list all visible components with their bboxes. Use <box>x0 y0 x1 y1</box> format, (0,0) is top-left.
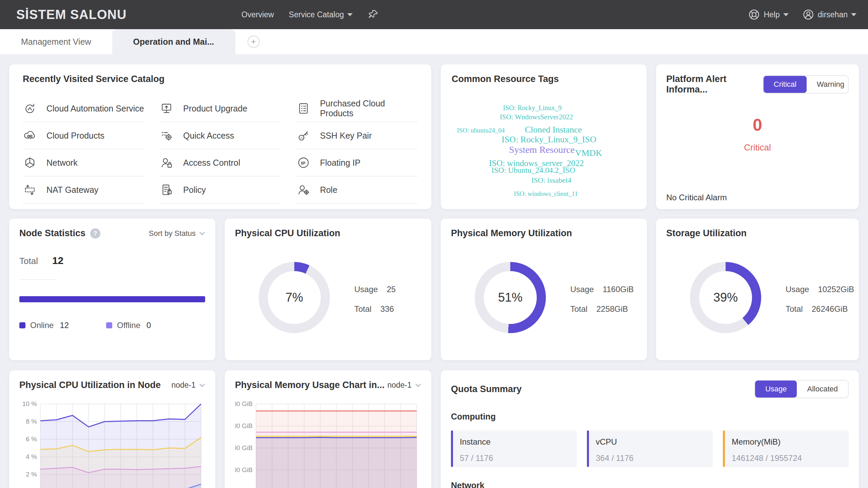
help-icon[interactable]: ? <box>90 228 100 239</box>
catalog-item-cloud-products[interactable]: Cloud Products <box>23 122 144 149</box>
nav-overview[interactable]: Overview <box>241 10 274 19</box>
catalog-item-product-upgrade[interactable]: Product Upgrade <box>159 95 281 122</box>
cloud-products-icon <box>23 128 37 143</box>
usage-toggle-button[interactable]: Usage <box>755 381 797 398</box>
card-title: Physical CPU Utilization <box>235 228 421 239</box>
no-alarm-text: No Critical Alarm <box>666 193 849 202</box>
tab-bar: Management View Operation and Mai... + <box>0 29 868 54</box>
top-nav: SİSTEM SALONU Overview Service Catalog H… <box>0 0 868 29</box>
catalog-item-network[interactable]: Network <box>23 149 144 177</box>
dashboard-root: SİSTEM SALONU Overview Service Catalog H… <box>0 0 868 488</box>
total-value: 336 <box>380 304 394 314</box>
legend-swatch <box>106 322 112 328</box>
card-title: Quota Summary <box>451 384 522 394</box>
svg-text:8 %: 8 % <box>26 418 37 425</box>
recently-visited-card: Recently Visited Service Catalog Cloud A… <box>9 64 431 209</box>
resource-tag[interactable]: ISO: ubuntu24_04 <box>457 127 505 134</box>
help-icon <box>748 8 760 21</box>
card-title: Platform Alert Informa... <box>666 74 763 95</box>
catalog-grid: Cloud Automation ServiceProduct UpgradeP… <box>23 95 418 204</box>
nav-user-menu[interactable]: dirsehan <box>802 8 856 21</box>
svg-text:IP: IP <box>301 161 305 166</box>
catalog-item-policy[interactable]: Policy <box>159 177 281 204</box>
critical-alert-count: 0 <box>666 115 849 135</box>
catalog-item-label: Network <box>46 158 78 168</box>
memory-utilization-card: Physical Memory Utilization 51% Usage116… <box>441 219 647 360</box>
catalog-item-label: Purchased Cloud Products <box>320 99 418 118</box>
total-value: 26246GiB <box>812 304 848 314</box>
catalog-item-nat-gateway[interactable]: NAT Gateway <box>23 177 144 204</box>
quota-tile-memory-mib-: Memory(MiB)1461248 / 1955724 <box>723 430 849 467</box>
svg-text:100 GiB: 100 GiB <box>235 466 253 473</box>
usage-value: 1160GiB <box>603 285 634 294</box>
resource-tag[interactable]: System Resource <box>509 144 575 155</box>
nav-help[interactable]: Help <box>748 8 788 21</box>
card-title: Physical Memory Usage Chart in... <box>235 380 384 390</box>
card-title: Storage Utilization <box>666 228 849 239</box>
card-title: Node Statistics <box>19 228 85 239</box>
catalog-item-label: Access Control <box>183 158 240 168</box>
catalog-item-role[interactable]: Role <box>296 177 418 204</box>
username: dirsehan <box>818 10 848 19</box>
catalog-item-access-control[interactable]: Access Control <box>159 149 281 177</box>
catalog-item-label: NAT Gateway <box>46 185 98 195</box>
legend-label: Offline <box>117 321 140 330</box>
tag-cloud: ISO: Rocky_Linux_9ISO: WndowsServer2022I… <box>441 64 647 209</box>
nav-service-catalog[interactable]: Service Catalog <box>289 10 353 19</box>
memory-node-chart-card: Physical Memory Usage Chart in... node-1… <box>225 370 431 488</box>
critical-alert-label: Critical <box>666 142 849 153</box>
svg-text:200 GiB: 200 GiB <box>235 444 253 451</box>
resource-tag[interactable]: Cloned Instance <box>525 125 582 135</box>
quick-access-icon <box>159 128 174 143</box>
resource-tag[interactable]: ISO: Rocky_Linux_9 <box>503 104 562 112</box>
card-title: Physical Memory Utilization <box>451 228 637 239</box>
catalog-item-quick-access[interactable]: Quick Access <box>159 122 281 149</box>
catalog-item-label: Policy <box>183 185 206 195</box>
total-value: 12 <box>52 255 63 266</box>
usage-value: 10252GiB <box>818 285 854 294</box>
quota-tile-vcpu: vCPU364 / 1176 <box>587 430 713 467</box>
role-icon <box>296 183 311 197</box>
svg-text:400 GiB: 400 GiB <box>235 400 253 407</box>
tab-management-view[interactable]: Management View <box>0 29 112 54</box>
resource-tag[interactable]: ISO: WndowsServer2022 <box>500 113 573 121</box>
nat-gateway-icon <box>23 183 37 197</box>
cpu-node-chart-card: Physical CPU Utilization in Node node-1 … <box>9 370 215 488</box>
tile-label: Memory(MiB) <box>732 437 840 447</box>
pin-icon[interactable] <box>368 9 379 20</box>
alert-severity-toggle: Critical Warning <box>763 75 849 94</box>
ssh-key-icon: SSH <box>296 128 311 143</box>
catalog-item-cloud-automation-service[interactable]: Cloud Automation Service <box>23 95 144 122</box>
svg-text:2 %: 2 % <box>26 471 37 478</box>
svg-text:300 GiB: 300 GiB <box>235 422 253 429</box>
legend-value: 0 <box>146 321 151 330</box>
app-logo: SİSTEM SALONU <box>16 7 126 22</box>
network-icon <box>23 156 37 170</box>
node-status-bar <box>19 296 205 302</box>
catalog-item-label: Cloud Products <box>46 131 104 141</box>
critical-toggle-button[interactable]: Critical <box>764 76 807 93</box>
resource-tag[interactable]: ISO: issabel4 <box>531 176 571 185</box>
access-control-icon <box>159 156 174 170</box>
resource-tag[interactable]: ISO: Ubuntu_24.04.2_ISO <box>491 166 575 175</box>
node-selector-dropdown[interactable]: node-1 <box>387 381 421 390</box>
warning-toggle-button[interactable]: Warning <box>807 76 849 93</box>
resource-tag[interactable]: ISO: windows_client_11 <box>514 190 578 198</box>
platform-alert-card: Platform Alert Informa... Critical Warni… <box>656 64 859 209</box>
resource-tag[interactable]: VMDK <box>575 148 602 158</box>
usage-value: 25 <box>387 285 396 294</box>
node-legend: Online12Offline0 <box>19 321 205 330</box>
memory-node-line-chart: 100 GiB200 GiB300 GiB400 GiB <box>235 392 421 488</box>
node-selector-dropdown[interactable]: node-1 <box>171 381 205 390</box>
tile-label: vCPU <box>596 437 704 447</box>
sort-by-status-dropdown[interactable]: Sort by Status <box>149 229 205 238</box>
allocated-toggle-button[interactable]: Allocated <box>797 381 848 398</box>
catalog-item-ssh-key-pair[interactable]: SSHSSH Key Pair <box>296 122 418 149</box>
tab-operation-maintenance[interactable]: Operation and Mai... <box>112 29 235 54</box>
add-tab-button[interactable]: + <box>248 36 260 48</box>
resource-tag[interactable]: ISO: Rocky_Linux_9_ISO <box>501 135 596 145</box>
storage-utilization-card: Storage Utilization 39% Usage10252GiB To… <box>656 219 859 360</box>
catalog-item-label: Product Upgrade <box>183 104 247 114</box>
catalog-item-floating-ip[interactable]: IPFloating IP <box>296 149 418 177</box>
catalog-item-purchased-cloud-products[interactable]: Purchased Cloud Products <box>296 95 418 122</box>
